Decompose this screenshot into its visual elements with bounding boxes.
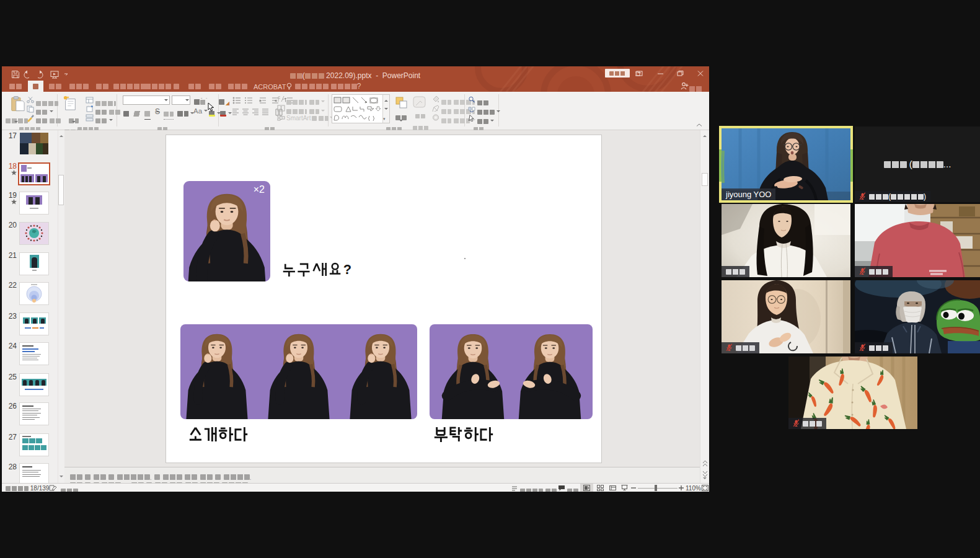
svg-text:?: ? bbox=[343, 262, 351, 277]
